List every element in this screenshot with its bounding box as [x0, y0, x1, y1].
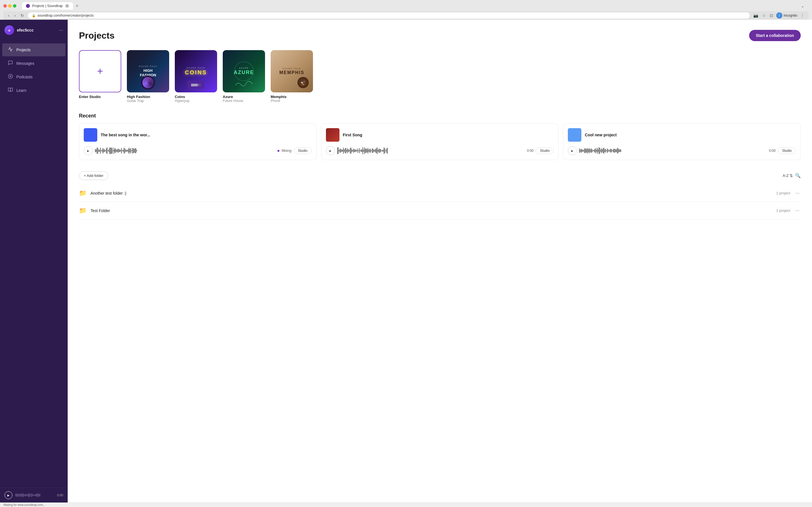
- wave-bar: [608, 149, 608, 152]
- wave-bar: [337, 147, 338, 154]
- sidebar-nav: Projects Messages Podcasts: [0, 41, 68, 460]
- wave-bar: [356, 149, 356, 152]
- studio-button-best-song[interactable]: Studio: [294, 147, 312, 154]
- wave-bar: [586, 148, 587, 154]
- mini-wave-bar: [38, 493, 39, 497]
- sidebar: e efec5ccc ··· Projects Messages: [0, 20, 68, 503]
- wave-bar: [98, 150, 99, 152]
- forward-button[interactable]: ›: [13, 13, 17, 18]
- pack-genre-azure: Future House: [223, 99, 265, 103]
- minimize-window-button[interactable]: [8, 4, 11, 8]
- wave-bar: [103, 148, 103, 154]
- recent-controls-cool-project: ▶ 0:00 Studio: [568, 146, 796, 155]
- sidebar-item-learn[interactable]: Learn: [2, 84, 65, 97]
- chevron-down-icon[interactable]: ⌄: [800, 3, 805, 9]
- camera-off-icon[interactable]: 📷: [753, 12, 759, 18]
- user-menu-button[interactable]: ···: [59, 27, 63, 33]
- pack-card-high-fashion[interactable]: SOUND PACK HIGHFASHION High Fashion Guit…: [127, 50, 169, 103]
- studio-button-first-song[interactable]: Studio: [536, 147, 554, 154]
- play-button-cool-project[interactable]: ▶: [568, 146, 577, 155]
- wave-bar: [97, 148, 97, 154]
- recent-card-header-2: First Song: [326, 128, 554, 142]
- wave-bar: [584, 148, 585, 153]
- time-cool-project: 0:00: [769, 149, 776, 153]
- split-view-icon[interactable]: ⊡: [769, 12, 774, 18]
- more-options-icon[interactable]: ⋮: [800, 12, 805, 18]
- wave-bar: [611, 149, 612, 152]
- wave-bar: [108, 150, 108, 152]
- sort-az-button[interactable]: A-Z ⇅: [783, 173, 793, 178]
- mini-waveform: // Generate wave bars inline via JS afte…: [15, 492, 54, 498]
- wave-bar: [606, 150, 607, 152]
- wave-bar: [341, 149, 341, 152]
- bottom-player: ▶ // Generate wave bars inline via JS af…: [0, 488, 68, 503]
- pack-card-coins[interactable]: SOUND PACK COINS ▓▓▓▓▒░ Coins Hyperpop: [175, 50, 217, 103]
- sidebar-item-projects[interactable]: Projects: [2, 43, 65, 56]
- browser-chrome: Projects | Soundtrap ✕ + ⌄ ‹ › ↻ 🔒 sound…: [0, 0, 812, 20]
- wave-bar: [104, 149, 105, 152]
- wave-bar: [601, 148, 602, 154]
- wave-bar: [350, 148, 350, 154]
- back-button[interactable]: ‹: [7, 13, 10, 18]
- wave-bar: [587, 149, 587, 152]
- mini-wave-bar: [36, 494, 37, 497]
- pack-card-enter-studio[interactable]: + Enter Studio: [79, 50, 121, 103]
- mini-wave-bar: [31, 493, 32, 497]
- wave-bar: [119, 149, 120, 152]
- wave-bar: [373, 149, 373, 153]
- mini-play-button[interactable]: ▶: [4, 491, 12, 499]
- sidebar-item-messages[interactable]: Messages: [2, 57, 65, 70]
- active-tab[interactable]: Projects | Soundtrap ✕: [22, 2, 73, 10]
- profile-button[interactable]: I Incognito: [776, 12, 797, 18]
- wave-bar: [347, 150, 347, 152]
- pack-thumb-azure: AZURE AZURE: [223, 50, 265, 93]
- pack-name-coins: Coins: [175, 95, 217, 99]
- sidebar-item-podcasts[interactable]: Podcasts: [2, 70, 65, 83]
- wave-bar: [340, 149, 340, 153]
- pack-genre-memphis: Phonk: [271, 99, 313, 103]
- url-bar[interactable]: 🔒 soundtrap.com/home/creator/projects: [28, 12, 750, 18]
- wave-bar: [597, 148, 598, 154]
- mini-wave-bar: [34, 495, 35, 496]
- wave-bar: [380, 149, 381, 152]
- mini-wave-bar: [39, 494, 40, 496]
- wave-bar: [124, 148, 124, 154]
- new-tab-button[interactable]: +: [74, 3, 80, 9]
- sort-arrow-icon: ⇅: [790, 173, 793, 178]
- folder-more-button-1[interactable]: ···: [794, 189, 801, 197]
- svg-point-1: [10, 76, 11, 77]
- wave-bar: [358, 150, 359, 151]
- tab-close-button[interactable]: ✕: [65, 4, 69, 8]
- wave-bar: [132, 148, 133, 154]
- pack-card-memphis[interactable]: SOUND PACK MEMPHIS 🦅 Memphis Phonk: [271, 50, 313, 103]
- add-folder-button[interactable]: + Add folder: [79, 171, 108, 180]
- pack-name-azure: Azure: [223, 95, 265, 99]
- sidebar-item-label-projects: Projects: [16, 48, 31, 52]
- studio-button-cool-project[interactable]: Studio: [778, 147, 796, 154]
- wave-bar: [580, 150, 580, 152]
- mini-wave-bar: [17, 494, 17, 497]
- folder-search-button[interactable]: 🔍: [795, 173, 801, 178]
- bookmark-icon[interactable]: ☆: [761, 12, 767, 18]
- folder-count-2: 1 project: [776, 209, 790, 213]
- wave-bar: [595, 148, 596, 153]
- start-collaboration-button[interactable]: Start a collaboration: [749, 30, 801, 41]
- folder-row-2: 📁 Test Folder 1 project ···: [79, 202, 801, 219]
- wave-bar: [348, 149, 349, 152]
- play-button-first-song[interactable]: ▶: [326, 146, 335, 155]
- play-button-best-song[interactable]: ▶: [84, 146, 93, 155]
- recent-section-title: Recent: [79, 113, 801, 119]
- wave-bar: [599, 147, 599, 154]
- wave-bar: [378, 149, 379, 153]
- main-content: Projects Start a collaboration + Enter S…: [68, 20, 812, 503]
- fullscreen-window-button[interactable]: [13, 4, 16, 8]
- wave-bar: [126, 150, 127, 152]
- messages-icon: [8, 60, 13, 66]
- folder-more-button-2[interactable]: ···: [794, 207, 801, 215]
- recent-grid: The best song in the wor... ▶ Mixing Stu…: [79, 123, 801, 160]
- pack-card-azure[interactable]: AZURE AZURE Azure Future House: [223, 50, 265, 103]
- pack-thumb-high-fashion: SOUND PACK HIGHFASHION: [127, 50, 169, 93]
- mini-wave-bar: [33, 494, 34, 496]
- close-window-button[interactable]: [3, 4, 7, 8]
- refresh-button[interactable]: ↻: [19, 13, 25, 18]
